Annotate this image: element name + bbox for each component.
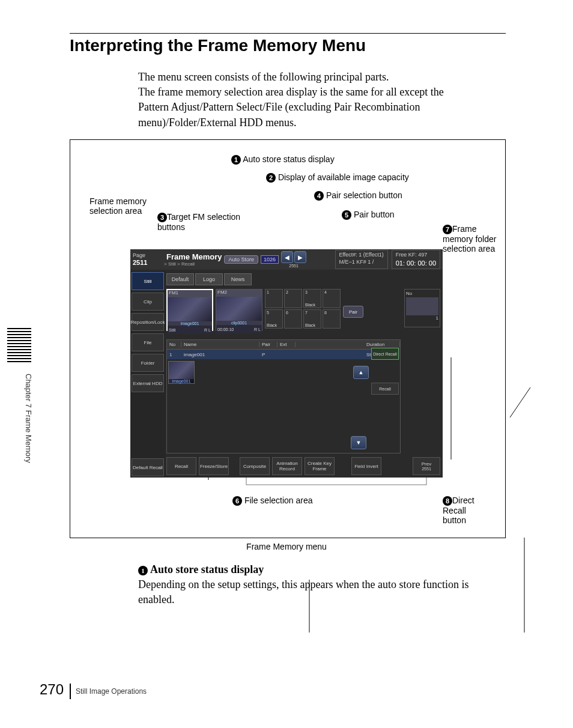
tab-default[interactable]: Default [166,273,194,285]
slot-3[interactable]: 3Black [303,289,321,308]
slot-6[interactable]: 6 [284,309,302,329]
pair-button[interactable]: Pair [343,306,363,318]
page-label: Page [133,252,162,259]
counter-pill: 1026 [261,255,279,264]
prev-arrow-button[interactable]: ◀ [281,251,293,263]
callout-3: 3Target FM selection buttons [157,212,241,232]
nav-reposition[interactable]: Reposition/Lock [132,313,164,331]
page-number: 270 [40,681,64,698]
nav-default-recall[interactable]: Default Recall [132,458,164,476]
file-table-header: No Name Pair Ext Duration [167,340,400,350]
next-arrow-button[interactable]: ▶ [294,251,306,263]
top-rule [70,33,506,34]
slot-4[interactable]: 4 [323,289,341,308]
scroll-down-button[interactable]: ▼ [351,436,366,449]
right-folder-panel: No 1 [404,289,440,453]
nav-still[interactable]: Still [132,272,164,290]
left-nav: Still Clip Reposition/Lock File Folder E… [130,271,165,478]
right-no: No [406,291,438,296]
screen-header: Page 2511 Frame Memory > Still > Recall … [130,249,443,270]
nav-external-hdd[interactable]: External HDD [132,374,164,392]
slot-2[interactable]: 2 [284,289,302,308]
tab-news[interactable]: News [224,273,252,285]
num-a-icon: 1 [138,566,148,575]
title-box: Frame Memory > Still > Recall [164,252,222,267]
fm-selection-area: FM1 image001 Still R L FM2 clip0001 00:0… [166,289,440,335]
fm2-rl: R L [254,327,261,332]
th-ext: Ext [277,342,296,347]
page-box: Page 2511 [133,252,162,267]
section-a-heading: Auto store status display [150,563,264,575]
screen-title: Frame Memory [166,252,222,261]
bottom-buttons: Recall Freeze/Store Composite Animation … [166,457,440,475]
figure-caption: Frame Memory menu [0,542,573,551]
num-2-icon: 2 [266,173,276,183]
fm2-label: FM2 [216,290,262,297]
btn-freeze[interactable]: Freeze/Store [199,457,229,475]
num-8-icon: 8 [443,496,452,506]
btn-create-kf[interactable]: Create Key Frame [305,457,335,475]
tab-logo[interactable]: Logo [195,273,223,285]
file-row-1[interactable]: 1 image001 P Still [167,350,400,359]
right-folder-box[interactable]: No 1 [404,289,440,327]
callout-2-text: Display of available image capacity [278,172,409,182]
fm2-name: clip0001 [216,321,262,325]
fm1-tile[interactable]: FM1 image001 Still R L [166,289,213,331]
nav-file[interactable]: File [132,333,164,351]
auto-store-pill[interactable]: Auto Store [224,255,258,264]
nav-folder[interactable]: Folder [132,354,164,372]
page-num: 2511 [133,259,162,267]
section-auto-store: 1 Auto store status display Depending on… [138,563,474,607]
callout-fm-sel-text: Frame memory selection area [89,196,147,216]
figure-box: 1 Auto store status display 2 Display of… [70,139,506,538]
fm1-kind: Still [169,328,175,332]
btn-recall[interactable]: Recall [166,457,196,475]
fm2-thumb [216,297,262,321]
callout-8: 8Direct Recall button [443,496,485,525]
tr-name: image001 [181,352,259,357]
slot-1[interactable]: 1 [265,289,283,308]
scroll-up-button[interactable]: ▲ [353,366,369,379]
slot-5[interactable]: 5Black [265,309,283,329]
callout-7: 7Frame memory folder selection area [443,224,497,253]
thumb-index-lines [7,328,31,364]
recall-button[interactable]: Recall [371,383,399,395]
direct-recall-button[interactable]: Direct Recall [371,348,399,360]
num-3-icon: 3 [157,213,167,222]
callout-1-text: Auto store status display [243,154,335,164]
fm2-dur: 00:00:10 [217,327,234,332]
btn-composite[interactable]: Composite [240,457,270,475]
fm2-tile[interactable]: FM2 clip0001 00:00:10 R L [216,289,262,331]
slot-7[interactable]: 7Black [303,309,321,329]
callout-3-text: Target FM selection buttons [157,212,240,232]
callout-6-text: File selection area [244,496,313,505]
svg-line-6 [510,387,530,417]
file-thumb-cap: image001 [169,379,194,383]
nav-clip[interactable]: Clip [132,293,164,311]
btn-animation[interactable]: Animation Record [272,457,302,475]
callout-5: 5 Pair button [342,210,395,220]
th-dur: Duration [364,342,400,347]
th-no: No [167,342,181,347]
effect-text: Effect#: 1 (Effect1) [339,252,384,259]
screen-breadcrumb: > Still > Recall [164,261,222,267]
callout-5-text: Pair button [354,210,395,219]
slot-8[interactable]: 8 [323,309,341,329]
btn-prev[interactable]: Prev 2551 [413,457,440,475]
th-pair: Pair [259,342,277,347]
callout-1: 1 Auto store status display [231,154,335,165]
file-thumb[interactable]: image001 [168,361,195,384]
th-name: Name [181,342,259,347]
callout-2: 2 Display of available image capacity [266,172,409,183]
callout-4-text: Pair selection button [326,190,402,200]
num-5-icon: 5 [342,210,351,220]
footer-label: Still Image Operations [76,687,147,696]
fm1-thumb [168,297,212,321]
btn-field-invert[interactable]: Field Invert [351,457,381,475]
screenshot: Page 2511 Frame Memory > Still > Recall … [130,249,443,478]
num-6-icon: 6 [232,496,242,506]
me-text: M/E−1 KF# 1 / [339,259,384,266]
intro-line-2: The frame memory selection area display … [138,86,444,128]
fm1-name: image001 [168,321,212,326]
callout-fm-sel: Frame memory selection area [89,196,156,216]
